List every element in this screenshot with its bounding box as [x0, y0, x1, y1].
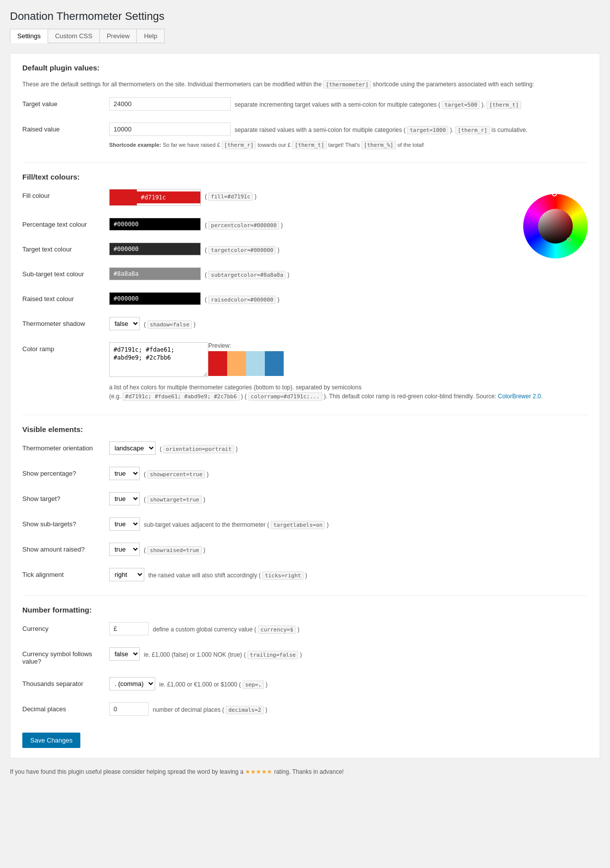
color-wheel-ring[interactable] [523, 194, 588, 258]
currency-follows-row: Currency symbol follows value? false tru… [22, 647, 588, 669]
show-percentage-select[interactable]: true false [109, 467, 140, 480]
thousands-separator-select[interactable]: . (comma) , (period) (none) [109, 677, 155, 690]
subtarget-colour-row: Sub-target text colour #8a8a8a ( subtarg… [22, 267, 513, 284]
color-ramp-hint: a list of hex colors for multiple thermo… [109, 383, 588, 401]
target-colour-row: Target text colour #000000 ( targetcolor… [22, 243, 513, 259]
raised-colour-label: Raised text colour [22, 292, 109, 303]
target-value-label: Target value [22, 97, 109, 108]
show-target-control: true false ( showtarget=true ) [109, 492, 588, 505]
color-ramp-area: #d7191c; #fdae61; #abd9e9; #2c7bb6 Previ… [109, 342, 284, 377]
target-colour-label: Target text colour [22, 243, 109, 253]
tick-alignment-label: Tick alignment [22, 568, 109, 578]
subtarget-colour-control: #8a8a8a ( subtargetcolor=#8a8a8a ) [109, 267, 513, 280]
thermometer-shadow-row: Thermometer shadow false true ( shadow=f… [22, 317, 588, 334]
preview-label: Preview: [208, 342, 284, 349]
show-target-select[interactable]: true false [109, 492, 140, 505]
section-visible-elements: Visible elements: Thermometer orientatio… [22, 425, 588, 585]
colour-section-layout: Fill colour #d7191c ( fill=#d7191c ) Per… [22, 189, 588, 317]
shortcode-example: Shortcode example: So far we have raised… [109, 142, 588, 148]
color-picker-gradient[interactable] [538, 209, 573, 244]
percentage-colour-swatch[interactable]: #000000 [109, 218, 201, 231]
show-target-label: Show target? [22, 492, 109, 502]
footer-text: If you have found this plugin useful ple… [10, 768, 600, 775]
color-ramp-textarea[interactable]: #d7191c; #fdae61; #abd9e9; #2c7bb6 [109, 342, 208, 377]
raised-value-hint: separate raised values with a semi-colon… [235, 123, 528, 135]
show-subtargets-select[interactable]: true false [109, 517, 140, 531]
tick-alignment-control: right left center the raised value will … [109, 568, 588, 581]
currency-row: Currency define a custom global currency… [22, 622, 588, 639]
target-colour-swatch[interactable]: #000000 [109, 243, 201, 255]
currency-input[interactable] [109, 622, 149, 635]
show-subtargets-control: true false sub-target values adjacent to… [109, 517, 588, 531]
thousands-separator-row: Thousands separator . (comma) , (period)… [22, 677, 588, 694]
percentage-colour-label: Percentage text colour [22, 218, 109, 228]
tab-custom-css[interactable]: Custom CSS [48, 29, 99, 43]
target-value-input[interactable] [109, 97, 231, 111]
tab-settings[interactable]: Settings [10, 29, 48, 43]
colorbrewer-link[interactable]: ColorBrewer 2.0 [498, 393, 541, 400]
section-visible-title: Visible elements: [22, 425, 588, 437]
save-changes-button[interactable]: Save Changes [22, 733, 80, 748]
show-amount-raised-label: Show amount raised? [22, 543, 109, 553]
ramp-color-2 [227, 351, 246, 376]
orientation-select[interactable]: landscape portrait [109, 441, 156, 455]
star-rating: ★★★★★ [245, 768, 272, 775]
raised-colour-value: #000000 [110, 293, 200, 305]
color-picker-wheel[interactable] [523, 194, 588, 258]
page-title: Donation Thermometer Settings [10, 10, 600, 23]
color-ramp-label: Color ramp [22, 342, 109, 353]
section-number-title: Number formatting: [22, 606, 588, 618]
orientation-label: Thermometer orientation [22, 441, 109, 452]
subtarget-colour-label: Sub-target text colour [22, 267, 109, 278]
thousands-separator-label: Thousands separator [22, 677, 109, 687]
ramp-color-3 [246, 351, 265, 376]
currency-follows-select[interactable]: false true [109, 647, 140, 661]
fill-colour-label: Fill colour [22, 189, 109, 199]
show-amount-raised-row: Show amount raised? true false ( showrai… [22, 543, 588, 560]
tab-help[interactable]: Help [136, 29, 165, 43]
divider-2 [22, 415, 588, 415]
divider-1 [22, 162, 588, 163]
currency-label: Currency [22, 622, 109, 632]
section-default-title: Default plugin values: [22, 63, 588, 76]
raised-colour-swatch[interactable]: #000000 [109, 292, 201, 305]
fill-colour-control: #d7191c ( fill=#d7191c ) [109, 189, 513, 206]
tab-preview[interactable]: Preview [99, 29, 136, 43]
decimal-places-row: Decimal places number of decimal places … [22, 702, 588, 720]
currency-follows-label: Currency symbol follows value? [22, 647, 109, 665]
save-changes-area: Save Changes [22, 728, 588, 748]
target-value-row: Target value separate incrementing targe… [22, 97, 588, 115]
settings-content: Default plugin values: These are the def… [10, 53, 600, 758]
decimal-places-control: number of decimal places ( decimals=2 ) [109, 702, 588, 716]
tick-alignment-row: Tick alignment right left center the rai… [22, 568, 588, 585]
colour-fields: Fill colour #d7191c ( fill=#d7191c ) Per… [22, 189, 513, 317]
raised-colour-row: Raised text colour #000000 ( raisedcolor… [22, 292, 513, 309]
currency-follows-control: false true ie. £1,000 (false) or 1.000 N… [109, 647, 588, 661]
thermometer-shadow-label: Thermometer shadow [22, 317, 109, 327]
raised-colour-control: #000000 ( raisedcolor=#000000 ) [109, 292, 513, 305]
show-amount-raised-select[interactable]: true false [109, 543, 140, 556]
target-colour-control: #000000 ( targetcolor=#000000 ) [109, 243, 513, 255]
subtarget-colour-swatch[interactable]: #8a8a8a [109, 267, 201, 280]
percentage-colour-value: #000000 [110, 218, 200, 230]
thermometer-shadow-select[interactable]: false true [109, 317, 140, 330]
fill-colour-swatch[interactable]: #d7191c [109, 189, 201, 206]
show-percentage-control: true false ( showpercent=true ) [109, 467, 588, 480]
decimal-places-input[interactable] [109, 702, 149, 716]
thousands-separator-control: . (comma) , (period) (none) ie. £1,000 o… [109, 677, 588, 690]
show-target-row: Show target? true false ( showtarget=tru… [22, 492, 588, 509]
show-subtargets-label: Show sub-targets? [22, 517, 109, 528]
show-percentage-row: Show percentage? true false ( showpercen… [22, 467, 588, 484]
fill-colour-row: Fill colour #d7191c ( fill=#d7191c ) [22, 189, 513, 210]
raised-value-input[interactable] [109, 123, 231, 136]
show-subtargets-row: Show sub-targets? true false sub-target … [22, 517, 588, 535]
raised-value-control: separate raised values with a semi-colon… [109, 123, 588, 148]
raised-value-row: Raised value separate raised values with… [22, 123, 588, 152]
subtarget-colour-value: #8a8a8a [110, 268, 200, 280]
ramp-color-4 [265, 351, 284, 376]
fill-colour-value: #d7191c [137, 191, 200, 203]
section-fill-title: Fill/text colours: [22, 173, 588, 185]
tick-alignment-select[interactable]: right left center [109, 568, 144, 581]
color-ramp-control: #d7191c; #fdae61; #abd9e9; #2c7bb6 Previ… [109, 342, 588, 401]
color-ramp-preview-area: Preview: [208, 342, 284, 376]
